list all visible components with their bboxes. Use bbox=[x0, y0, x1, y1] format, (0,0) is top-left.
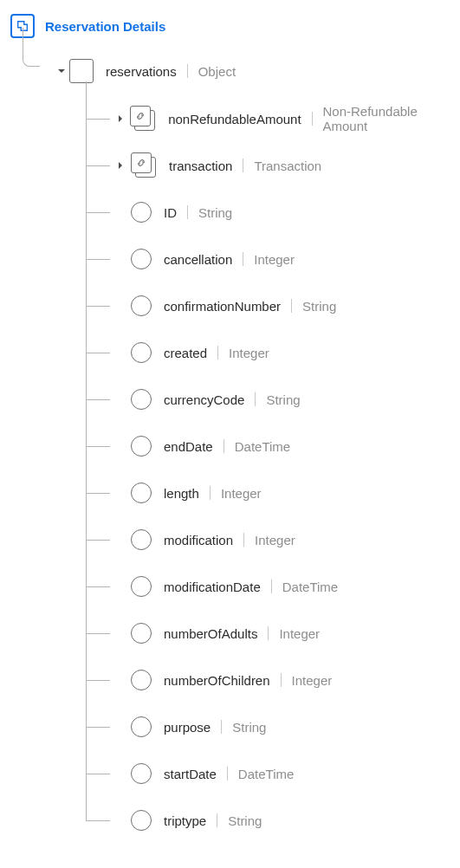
node-name: numberOfAdults bbox=[164, 626, 257, 641]
label-divider bbox=[210, 486, 211, 500]
node-type: String bbox=[228, 813, 262, 828]
node-name: created bbox=[164, 346, 207, 360]
link-object-icon bbox=[131, 152, 157, 178]
tree-node-nonrefundableamount[interactable]: nonRefundableAmountNon-Refundable Amount bbox=[86, 95, 450, 142]
field-icon bbox=[131, 716, 152, 737]
node-name: triptype bbox=[164, 813, 206, 828]
chevron-right-icon[interactable] bbox=[116, 161, 125, 170]
tree-node-numberofchildren[interactable]: numberOfChildrenInteger bbox=[86, 657, 450, 703]
chevron-down-icon[interactable] bbox=[57, 67, 66, 75]
link-object-icon bbox=[130, 106, 156, 132]
node-name: currencyCode bbox=[164, 392, 244, 407]
node-name: length bbox=[164, 486, 199, 501]
node-type: Integer bbox=[229, 346, 269, 360]
node-name: numberOfChildren bbox=[164, 673, 270, 688]
node-name: endDate bbox=[164, 439, 213, 454]
tree-node-triptype[interactable]: triptypeString bbox=[86, 797, 450, 844]
label-divider bbox=[255, 392, 256, 406]
tree-node-startdate[interactable]: startDateDateTime bbox=[86, 750, 450, 797]
field-icon bbox=[131, 202, 152, 223]
chevron-right-icon[interactable] bbox=[116, 114, 125, 123]
label-divider bbox=[281, 673, 282, 687]
node-name: modification bbox=[164, 533, 233, 547]
label-divider bbox=[227, 767, 228, 781]
schema-title: Reservation Details bbox=[45, 19, 165, 34]
node-type: Non-Refundable Amount bbox=[323, 104, 450, 133]
label-divider bbox=[217, 813, 217, 827]
node-type: Integer bbox=[292, 673, 333, 688]
node-type: DateTime bbox=[238, 767, 294, 781]
label-divider bbox=[217, 346, 218, 360]
node-name: modificationDate bbox=[164, 580, 261, 594]
field-icon bbox=[131, 810, 152, 831]
field-icon bbox=[131, 576, 152, 597]
node-name: reservations bbox=[106, 64, 177, 79]
node-name: nonRefundableAmount bbox=[168, 112, 301, 126]
field-icon bbox=[131, 389, 152, 410]
node-type: Integer bbox=[221, 486, 262, 501]
tree-node-length[interactable]: lengthInteger bbox=[86, 470, 450, 516]
label-divider bbox=[224, 439, 224, 453]
label-divider bbox=[187, 64, 188, 78]
field-icon bbox=[131, 670, 152, 690]
field-icon bbox=[131, 436, 152, 457]
node-type: Integer bbox=[254, 252, 295, 267]
tree-node-confirmationnumber[interactable]: confirmationNumberString bbox=[86, 282, 450, 329]
field-icon bbox=[131, 249, 152, 269]
object-icon bbox=[69, 59, 94, 83]
node-type: String bbox=[266, 392, 300, 407]
node-type: Integer bbox=[279, 626, 320, 641]
label-divider bbox=[271, 580, 272, 593]
node-name: purpose bbox=[164, 720, 211, 735]
node-type: String bbox=[232, 720, 266, 735]
label-divider bbox=[187, 205, 188, 219]
label-divider bbox=[243, 533, 244, 547]
label-divider bbox=[243, 159, 243, 172]
node-type: DateTime bbox=[235, 439, 290, 454]
node-type: Integer bbox=[255, 533, 295, 547]
label-divider bbox=[312, 112, 313, 126]
field-icon bbox=[131, 295, 152, 316]
node-name: confirmationNumber bbox=[164, 299, 281, 314]
field-icon bbox=[131, 763, 152, 784]
node-type: Transaction bbox=[254, 159, 321, 173]
field-icon bbox=[131, 623, 152, 644]
node-type: String bbox=[302, 299, 336, 314]
tree-node-created[interactable]: createdInteger bbox=[86, 329, 450, 376]
field-icon bbox=[131, 483, 152, 503]
tree-node-transaction[interactable]: transactionTransaction bbox=[86, 142, 450, 189]
node-type: DateTime bbox=[282, 580, 338, 594]
tree-node-cancellation[interactable]: cancellationInteger bbox=[86, 236, 450, 282]
label-divider bbox=[291, 299, 292, 313]
tree-node-modification[interactable]: modificationInteger bbox=[86, 516, 450, 563]
field-icon bbox=[131, 342, 152, 363]
label-divider bbox=[221, 720, 222, 734]
tree-node-purpose[interactable]: purposeString bbox=[86, 703, 450, 750]
node-name: startDate bbox=[164, 767, 217, 781]
node-type: String bbox=[198, 205, 232, 220]
label-divider bbox=[268, 626, 269, 640]
tree-node-modificationdate[interactable]: modificationDateDateTime bbox=[86, 563, 450, 610]
node-name: cancellation bbox=[164, 252, 232, 267]
tree-node-currencycode[interactable]: currencyCodeString bbox=[86, 376, 450, 423]
tree-node-enddate[interactable]: endDateDateTime bbox=[86, 423, 450, 470]
label-divider bbox=[243, 252, 243, 266]
node-name: transaction bbox=[169, 159, 232, 173]
node-name: ID bbox=[164, 205, 177, 220]
tree-node-id[interactable]: IDString bbox=[86, 189, 450, 236]
node-type: Object bbox=[198, 64, 236, 79]
field-icon bbox=[131, 529, 152, 550]
schema-root-row: Reservation Details bbox=[10, 14, 450, 38]
tree-node-numberofadults[interactable]: numberOfAdultsInteger bbox=[86, 610, 450, 657]
